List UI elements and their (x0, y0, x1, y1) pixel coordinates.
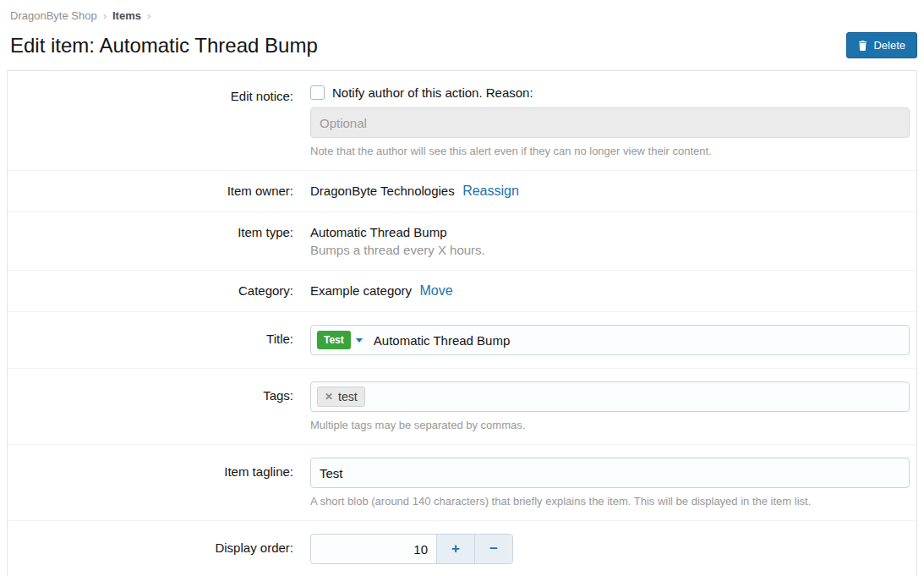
chevron-down-icon (356, 338, 363, 343)
edit-notice-label: Edit notice: (8, 84, 310, 157)
item-owner-label: Item owner: (8, 184, 310, 199)
title-prefix-button[interactable]: Test (315, 329, 364, 351)
edit-notice-reason-input[interactable] (310, 107, 910, 138)
remove-tag-icon[interactable]: ✕ (325, 391, 333, 403)
breadcrumb-item-items[interactable]: Items (112, 9, 141, 22)
reassign-link[interactable]: Reassign (462, 184, 519, 198)
item-type-value: Automatic Thread Bump (310, 225, 910, 239)
item-type-description: Bumps a thread every X hours. (310, 243, 910, 257)
edit-notice-hint: Note that the author will see this alert… (310, 145, 910, 157)
display-order-label: Display order: (8, 534, 310, 564)
notify-author-label: Notify author of this action. Reason: (332, 85, 533, 100)
decrement-button[interactable]: − (474, 535, 512, 563)
item-type-label: Item type: (8, 225, 310, 257)
breadcrumb-separator-icon: › (103, 9, 107, 22)
title-label: Title: (8, 325, 310, 355)
row-title: Title: Test (8, 311, 916, 368)
notify-author-option[interactable]: Notify author of this action. Reason: (310, 84, 910, 100)
edit-item-form: Edit notice: Notify author of this actio… (7, 70, 917, 576)
category-label: Category: (8, 283, 310, 299)
delete-button-label: Delete (873, 39, 905, 52)
page-title: Edit item: Automatic Thread Bump (10, 34, 318, 58)
title-input[interactable] (366, 326, 909, 354)
display-order-stepper: + − (310, 534, 513, 564)
breadcrumb-separator-icon: › (147, 9, 150, 22)
breadcrumb: DragonByte Shop › Items › (0, 0, 924, 27)
title-input-group: Test (310, 325, 910, 355)
tags-input[interactable]: ✕ test (310, 381, 910, 412)
tagline-input[interactable] (310, 458, 910, 488)
prefix-badge: Test (317, 331, 351, 349)
breadcrumb-item-shop[interactable]: DragonByte Shop (10, 9, 97, 22)
tagline-label: Item tagline: (8, 458, 310, 507)
row-tagline: Item tagline: A short blob (around 140 c… (8, 444, 916, 520)
row-category: Category: Example category Move (8, 270, 916, 311)
row-edit-notice: Edit notice: Notify author of this actio… (8, 71, 916, 170)
display-order-input[interactable] (311, 535, 436, 563)
tag-chip: ✕ test (317, 387, 365, 407)
row-tags: Tags: ✕ test Multiple tags may be separa… (8, 368, 916, 444)
page-header: Edit item: Automatic Thread Bump Delete (0, 27, 924, 70)
move-category-link[interactable]: Move (420, 283, 453, 298)
trash-icon (858, 41, 867, 51)
tagline-hint: A short blob (around 140 characters) tha… (310, 495, 910, 507)
tags-hint: Multiple tags may be separated by commas… (310, 419, 910, 431)
delete-button[interactable]: Delete (846, 32, 917, 58)
row-display-order: Display order: + − (8, 520, 916, 576)
notify-author-checkbox[interactable] (310, 85, 325, 100)
row-item-owner: Item owner: DragonByte Technologies Reas… (8, 170, 916, 211)
item-owner-value: DragonByte Technologies (310, 184, 455, 198)
tags-label: Tags: (8, 381, 310, 431)
increment-button[interactable]: + (436, 535, 474, 563)
row-item-type: Item type: Automatic Thread Bump Bumps a… (8, 211, 916, 270)
tag-chip-label: test (338, 390, 358, 403)
category-value: Example category (310, 283, 412, 298)
